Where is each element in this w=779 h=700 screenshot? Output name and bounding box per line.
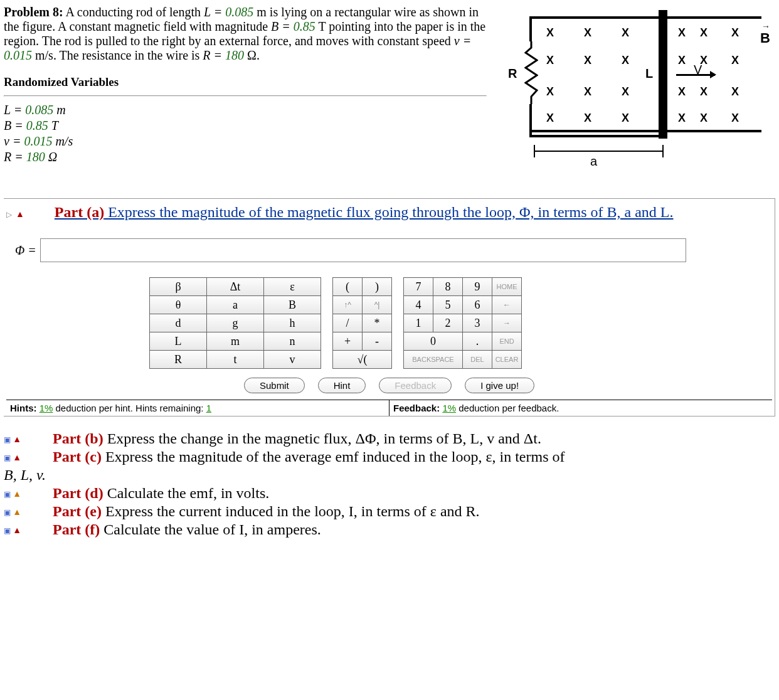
key-del[interactable]: DEL: [463, 351, 492, 369]
B-sym: B =: [271, 19, 294, 33]
part-c-text1: Express the magnitude of the average emf…: [102, 448, 565, 465]
key-theta[interactable]: θ: [150, 296, 207, 314]
problem-block: Problem 8: A conducting rod of length L …: [4, 4, 775, 167]
key-h[interactable]: h: [264, 314, 321, 332]
alert-icon: ▲: [13, 526, 21, 535]
var-L-val: 0.085: [25, 103, 53, 117]
answer-input[interactable]: [40, 238, 686, 262]
keypad: βΔtε θaB dgh Lmn Rtv () ↑^^| /* +- √( 7 …: [149, 277, 772, 369]
key-0[interactable]: 0: [404, 332, 463, 351]
R-val: 180: [225, 48, 244, 62]
key-exp[interactable]: ^|: [363, 296, 392, 314]
key-up[interactable]: ↑^: [333, 296, 363, 314]
key-t[interactable]: t: [207, 351, 264, 369]
part-d-text: Calculate the emf, in volts.: [103, 485, 270, 501]
collapse-icon[interactable]: ▣: [4, 453, 11, 462]
key-9[interactable]: 9: [463, 278, 492, 296]
collapse-icon[interactable]: ▣: [4, 435, 11, 444]
alert-icon: ▲: [13, 453, 21, 462]
keypad-numeric: 7 8 9 HOME 4 5 6 ← 1 2 3 → 0 . END: [403, 277, 522, 369]
hints-prefix: Hints:: [10, 403, 40, 413]
key-L[interactable]: L: [150, 332, 207, 351]
resistor-icon: [524, 41, 538, 104]
answer-area: ▷ ▲ Part (a) Express the magnitude of th…: [4, 198, 775, 416]
key-m[interactable]: m: [207, 332, 264, 351]
key-delta-t[interactable]: Δt: [207, 278, 264, 296]
var-R-sym: R =: [4, 150, 26, 164]
field-x-icon: X: [700, 112, 707, 125]
key-sqrt[interactable]: √(: [333, 351, 392, 369]
key-left[interactable]: ←: [492, 296, 522, 314]
part-a-title: ▷ ▲ Part (a) Express the magnitude of th…: [6, 204, 772, 221]
part-f-text: Calculate the value of I, in amperes.: [100, 521, 321, 538]
key-div[interactable]: /: [333, 314, 363, 332]
field-x-icon: X: [700, 54, 707, 67]
key-5[interactable]: 5: [433, 296, 463, 314]
hints-remaining: 1: [206, 403, 211, 413]
key-dot[interactable]: .: [463, 332, 492, 351]
randomized-variables-header: Randomized Variables: [4, 75, 487, 89]
var-v-val: 0.015: [24, 134, 52, 148]
divider: [4, 95, 487, 97]
key-R[interactable]: R: [150, 351, 207, 369]
var-R-unit: Ω: [45, 150, 57, 164]
field-x-icon: X: [546, 26, 554, 40]
key-backspace[interactable]: BACKSPACE: [404, 351, 463, 369]
key-B[interactable]: B: [264, 296, 321, 314]
key-lparen[interactable]: (: [333, 278, 363, 296]
key-plus[interactable]: +: [333, 332, 363, 351]
part-c-row: ▣ ▲ Part (c) Express the magnitude of th…: [4, 448, 775, 465]
key-right[interactable]: →: [492, 314, 522, 332]
var-L-sym: L =: [4, 103, 25, 117]
key-6[interactable]: 6: [463, 296, 492, 314]
part-c-label: Part (c): [53, 448, 102, 465]
alert-icon: ▲: [13, 435, 21, 444]
key-7[interactable]: 7: [404, 278, 433, 296]
giveup-button[interactable]: I give up!: [465, 378, 534, 393]
field-x-icon: X: [731, 54, 739, 67]
part-d-row: ▣ ▲ Part (d) Calculate the emf, in volts…: [4, 485, 775, 502]
hint-button[interactable]: Hint: [318, 378, 366, 393]
dimension-a: [534, 145, 664, 157]
keypad-operators: () ↑^^| /* +- √(: [332, 277, 392, 369]
key-mul[interactable]: *: [363, 314, 392, 332]
expand-icon[interactable]: ▷: [6, 210, 12, 219]
key-a[interactable]: a: [207, 296, 264, 314]
key-rparen[interactable]: ): [363, 278, 392, 296]
collapse-icon[interactable]: ▣: [4, 508, 11, 517]
key-d[interactable]: d: [150, 314, 207, 332]
field-x-icon: X: [731, 85, 739, 98]
part-f-row: ▣ ▲ Part (f) Calculate the value of I, i…: [4, 521, 775, 538]
part-a-link[interactable]: Part (a) Express the magnitude of the ma…: [55, 204, 674, 220]
key-clear[interactable]: CLEAR: [492, 351, 522, 369]
key-1[interactable]: 1: [404, 314, 433, 332]
key-home[interactable]: HOME: [492, 278, 522, 296]
L-sym: L =: [204, 5, 225, 19]
key-3[interactable]: 3: [463, 314, 492, 332]
key-v[interactable]: v: [264, 351, 321, 369]
hints-pct: 1%: [40, 403, 53, 413]
key-n[interactable]: n: [264, 332, 321, 351]
collapse-icon[interactable]: ▣: [4, 490, 11, 499]
key-8[interactable]: 8: [433, 278, 463, 296]
key-epsilon[interactable]: ε: [264, 278, 321, 296]
field-x-icon: X: [546, 112, 554, 125]
var-v-sym: v =: [4, 134, 24, 148]
part-c-text2: B, L, v.: [4, 467, 775, 484]
collapse-icon[interactable]: ▣: [4, 526, 11, 535]
feedback-button[interactable]: Feedback: [379, 378, 452, 393]
key-2[interactable]: 2: [433, 314, 463, 332]
feedback-pct: 1%: [442, 403, 456, 413]
part-b-text: Express the change in the magnetic flux,…: [103, 430, 541, 447]
R-sym: R =: [203, 48, 225, 62]
var-B-unit: T: [48, 119, 58, 132]
arrow-icon: →: [761, 21, 769, 31]
field-x-icon: X: [731, 26, 739, 40]
key-g[interactable]: g: [207, 314, 264, 332]
key-minus[interactable]: -: [363, 332, 392, 351]
key-beta[interactable]: β: [150, 278, 207, 296]
key-4[interactable]: 4: [404, 296, 433, 314]
submit-button[interactable]: Submit: [244, 378, 305, 393]
key-end[interactable]: END: [492, 332, 522, 351]
velocity-arrow-icon: [676, 74, 715, 76]
